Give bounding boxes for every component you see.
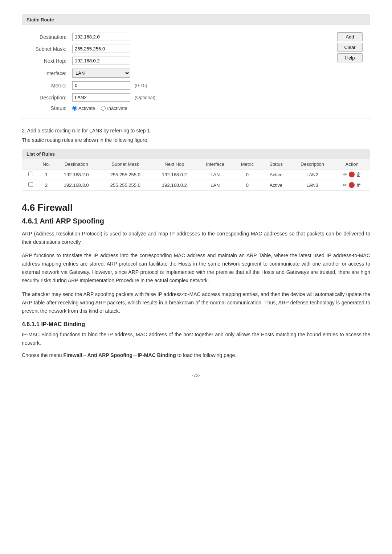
metric-hint: (0-15) xyxy=(135,83,147,88)
col-checkbox xyxy=(22,159,39,169)
section-461-title: 4.6.1 Anti ARP Spoofing xyxy=(22,217,370,225)
static-route-form: Destination: Subnet Mask: Next Hop: Inte… xyxy=(29,31,330,113)
clear-button[interactable]: Clear xyxy=(337,43,363,52)
row2-no: 2 xyxy=(39,180,53,190)
section-4611-title: 4.6.1.1 IP-MAC Binding xyxy=(22,321,370,328)
para3: The attacker may send the ARP spoofing p… xyxy=(22,290,370,315)
add-button[interactable]: Add xyxy=(337,32,363,41)
row1-description: LAN2 xyxy=(291,169,334,180)
subnet-mask-input[interactable] xyxy=(72,45,130,53)
col-no: No. xyxy=(39,159,53,169)
rules-section: List of Rules No. Destination Subnet Mas… xyxy=(22,149,370,190)
rules-table: No. Destination Subnet Mask Next Hop Int… xyxy=(22,159,370,190)
menu-prefix: Choose the menu xyxy=(22,352,63,358)
status-label: Status: xyxy=(29,103,69,113)
interface-label: Interface: xyxy=(29,67,69,79)
table-row: 1 192.168.2.0 255.255.255.0 192.168.0.2 … xyxy=(22,169,370,180)
para1: ARP (Address Resolution Protocol) is use… xyxy=(22,230,370,246)
subnet-mask-label: Subnet Mask: xyxy=(29,43,69,55)
description-input[interactable] xyxy=(72,93,130,102)
section-4611-para: IP-MAC Binding functions to bind the IP … xyxy=(22,331,370,347)
col-description: Description xyxy=(291,159,334,169)
next-hop-input[interactable] xyxy=(72,57,130,65)
action-buttons: Add Clear Help xyxy=(337,31,363,62)
menu-instruction: Choose the menu Firewall→Anti ARP Spoofi… xyxy=(22,352,370,358)
activate-label: Activate xyxy=(78,106,95,111)
static-route-header: Static Route xyxy=(22,15,370,25)
activate-radio[interactable] xyxy=(72,106,77,111)
col-destination: Destination xyxy=(54,159,99,169)
menu-path: Firewall→Anti ARP Spoofing→IP-MAC Bindin… xyxy=(63,352,176,358)
next-hop-label: Next Hop: xyxy=(29,55,69,67)
col-subnet-mask: Subnet Mask xyxy=(99,159,152,169)
col-next-hop: Next Hop xyxy=(152,159,197,169)
row2-destination: 192.168.3.0 xyxy=(54,180,99,190)
menu-suffix: to load the following page. xyxy=(176,352,237,358)
destination-label: Destination: xyxy=(29,31,69,43)
row1-interface: LAN xyxy=(197,169,233,180)
col-status: Status xyxy=(261,159,290,169)
row1-metric: 0 xyxy=(233,169,261,180)
row1-checkbox[interactable] xyxy=(28,172,33,176)
row2-checkbox[interactable] xyxy=(28,182,33,187)
row1-no: 1 xyxy=(39,169,53,180)
caption-text: The static routing rules are shown in th… xyxy=(22,137,370,143)
page-number: -73- xyxy=(22,373,370,378)
row2-subnet-mask: 255.255.255.0 xyxy=(99,180,152,190)
col-action: Action xyxy=(334,159,370,169)
destination-input[interactable] xyxy=(72,33,130,41)
row2-edit-icon[interactable]: ✏ xyxy=(343,182,347,188)
table-row: 2 192.168.3.0 255.255.255.0 192.168.0.2 … xyxy=(22,180,370,190)
row2-description: LAN3 xyxy=(291,180,334,190)
row1-delete-icon[interactable]: 🗑 xyxy=(356,172,361,177)
col-metric: Metric xyxy=(233,159,261,169)
row1-destination: 192.168.2.0 xyxy=(54,169,99,180)
inactivate-radio[interactable] xyxy=(101,106,106,111)
status-radio-group: Activate Inactivate xyxy=(72,106,327,111)
step2-text: 2. Add a static routing rule for LAN3 by… xyxy=(22,128,370,134)
metric-input[interactable] xyxy=(72,81,130,90)
rules-header: List of Rules xyxy=(22,149,370,159)
row1-next-hop: 192.168.0.2 xyxy=(152,169,197,180)
row2-interface: LAN xyxy=(197,180,233,190)
row2-delete-icon[interactable]: 🗑 xyxy=(356,182,361,188)
row1-edit-icon[interactable]: ✏ xyxy=(343,172,347,177)
col-interface: Interface xyxy=(197,159,233,169)
help-button[interactable]: Help xyxy=(337,53,363,62)
section-46-title: 4.6 Firewall xyxy=(22,202,370,213)
static-route-section: Static Route Destination: Subnet Mask: N… xyxy=(22,15,370,119)
row1-subnet-mask: 255.255.255.0 xyxy=(99,169,152,180)
metric-label: Metric: xyxy=(29,79,69,91)
row2-status: Active xyxy=(261,180,290,190)
interface-select[interactable]: LAN WAN xyxy=(72,69,130,78)
row2-disable-icon[interactable] xyxy=(349,182,355,188)
inactivate-label: Inactivate xyxy=(107,106,127,111)
row1-disable-icon[interactable] xyxy=(349,172,355,177)
row1-status: Active xyxy=(261,169,290,180)
para2: ARP functions to translate the IP addres… xyxy=(22,251,370,285)
description-label: Description: xyxy=(29,91,69,103)
row2-next-hop: 192.168.0.2 xyxy=(152,180,197,190)
description-hint: (Optional) xyxy=(135,95,155,100)
row2-metric: 0 xyxy=(233,180,261,190)
